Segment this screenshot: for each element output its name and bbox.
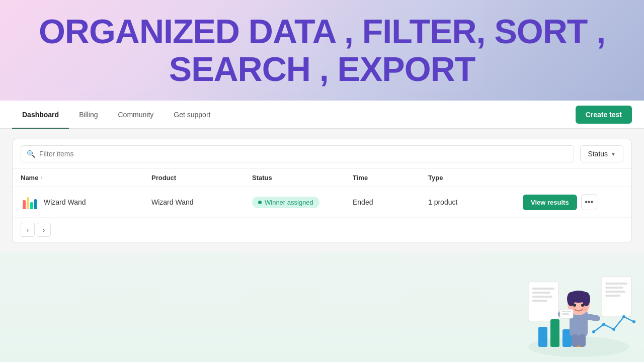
- search-input[interactable]: [21, 145, 574, 162]
- chevron-left-icon: ‹: [27, 226, 29, 234]
- tab-billing[interactable]: Billing: [69, 101, 108, 129]
- search-wrapper: 🔍: [21, 145, 574, 162]
- chevron-right-icon: ›: [43, 226, 45, 234]
- view-results-button[interactable]: View results: [523, 195, 577, 210]
- svg-rect-3: [532, 292, 550, 294]
- svg-point-17: [612, 328, 615, 331]
- svg-rect-34: [562, 311, 571, 312]
- search-icon: 🔍: [27, 150, 35, 158]
- cell-product: Wizard Wand: [151, 198, 252, 206]
- svg-point-16: [602, 323, 605, 326]
- svg-rect-11: [538, 327, 547, 347]
- col-header-more: [603, 174, 623, 182]
- svg-rect-7: [605, 283, 627, 285]
- col-header-time: Time: [353, 174, 428, 182]
- filter-row: 🔍 Status ▼: [13, 139, 631, 169]
- svg-rect-8: [605, 287, 623, 289]
- cell-name: Wizard Wand: [21, 193, 151, 211]
- pagination-next-button[interactable]: ›: [37, 223, 51, 237]
- svg-point-30: [581, 304, 584, 307]
- status-dot: [258, 201, 262, 204]
- wand-bar-chart-icon: [21, 193, 39, 211]
- svg-point-18: [622, 315, 625, 318]
- cell-actions: View results •••: [523, 194, 603, 210]
- sort-icon[interactable]: ↑: [40, 175, 43, 180]
- table-row: Wizard Wand Wizard Wand Winner assigned …: [13, 187, 631, 218]
- navbar: Dashboard Billing Community Get support …: [0, 101, 644, 129]
- bottom-section: Dashboard Billing Community Get support …: [0, 101, 644, 362]
- create-test-button[interactable]: Create test: [576, 106, 632, 124]
- table-card: 🔍 Status ▼ Name ↑ Product Status: [12, 139, 632, 242]
- tab-community[interactable]: Community: [108, 101, 164, 129]
- col-header-name: Name ↑: [21, 174, 151, 182]
- col-header-product: Product: [151, 174, 252, 182]
- tab-get-support[interactable]: Get support: [164, 101, 220, 129]
- svg-rect-5: [532, 300, 547, 302]
- svg-rect-12: [550, 319, 559, 347]
- col-header-type: Type: [428, 174, 523, 182]
- hero-title: ORGANIZED DATA , FILTER, SORT , SEARCH ,…: [39, 13, 605, 88]
- svg-point-32: [583, 306, 588, 311]
- svg-point-19: [632, 320, 635, 323]
- cell-type: 1 product: [428, 198, 523, 206]
- svg-rect-2: [532, 288, 554, 290]
- col-header-status: Status: [252, 174, 353, 182]
- hero-section: ORGANIZED DATA , FILTER, SORT , SEARCH ,…: [0, 0, 644, 101]
- svg-rect-24: [579, 334, 586, 347]
- status-badge: Winner assigned: [252, 197, 319, 208]
- svg-rect-35: [562, 313, 569, 315]
- ellipsis-icon: •••: [585, 198, 593, 207]
- svg-rect-4: [532, 296, 552, 298]
- cell-status: Winner assigned: [252, 197, 353, 208]
- svg-rect-9: [605, 291, 625, 293]
- cell-time: Ended: [353, 198, 428, 206]
- tab-dashboard[interactable]: Dashboard: [12, 101, 69, 129]
- more-options-button[interactable]: •••: [581, 194, 597, 210]
- col-header-actions: [523, 174, 603, 182]
- pagination-prev-button[interactable]: ‹: [21, 223, 35, 237]
- svg-rect-23: [572, 334, 579, 347]
- svg-rect-10: [605, 295, 620, 297]
- illustration: [513, 231, 644, 362]
- table-header: Name ↑ Product Status Time Type: [13, 169, 631, 187]
- status-filter-dropdown[interactable]: Status ▼: [580, 145, 623, 162]
- nav-tabs: Dashboard Billing Community Get support: [12, 101, 220, 128]
- svg-point-29: [573, 304, 576, 307]
- svg-point-15: [592, 330, 595, 333]
- chevron-down-icon: ▼: [611, 151, 616, 157]
